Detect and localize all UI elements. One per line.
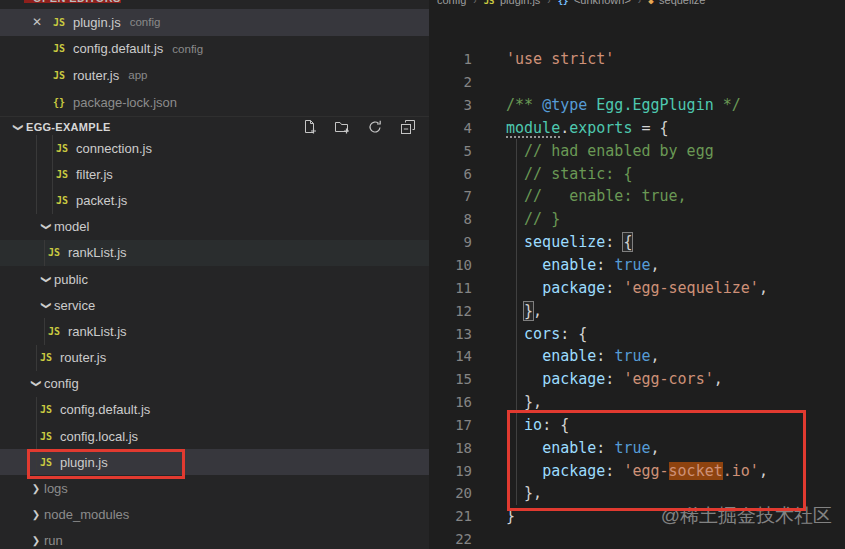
code-token xyxy=(506,370,542,388)
code-token: enable xyxy=(542,256,596,274)
tree-item-label: config xyxy=(44,376,79,391)
code-token: , xyxy=(714,370,723,388)
code-line-8[interactable]: 8 // } xyxy=(429,208,845,231)
tree-item-router.js[interactable]: JSrouter.js xyxy=(0,345,429,371)
code-text: cors: { xyxy=(506,325,587,343)
breadcrumb-item-1[interactable]: config xyxy=(437,0,466,6)
new-folder-icon xyxy=(334,119,350,135)
tree-item-label: node_modules xyxy=(44,507,129,522)
open-editor-item-router.js[interactable]: JSrouter.jsapp xyxy=(0,62,429,89)
chevron-down-icon: ❯ xyxy=(41,271,52,287)
chevron-right-icon: ❯ xyxy=(28,483,44,494)
code-token: exports xyxy=(569,119,632,137)
code-line-4[interactable]: 4module.exports = { xyxy=(429,117,845,140)
explorer-section-header[interactable]: ❯ EGG-EXAMPLE xyxy=(0,116,429,137)
breadcrumb-separator: › xyxy=(547,0,550,6)
code-token: . xyxy=(560,119,569,137)
refresh-button[interactable] xyxy=(367,119,383,135)
code-token xyxy=(587,96,596,114)
open-editor-name: package-lock.json xyxy=(73,95,177,110)
tree-item-connection.js[interactable]: JSconnection.js xyxy=(0,135,429,161)
tree-item-config.default.js[interactable]: JSconfig.default.js xyxy=(0,397,429,423)
code-line-3[interactable]: 3/** @type Egg.EggPlugin */ xyxy=(429,94,845,117)
js-file-icon: JS xyxy=(53,17,73,28)
breadcrumb-item-3[interactable]: {} <unknown> xyxy=(558,0,631,6)
code-line-5[interactable]: 5 // had enabled by egg xyxy=(429,139,845,162)
code-token: /** xyxy=(506,96,542,114)
code-line-1[interactable]: 1'use strict' xyxy=(429,48,845,71)
close-icon[interactable]: ✕ xyxy=(32,16,53,28)
code-line-9[interactable]: 9 sequelize: { xyxy=(429,231,845,254)
code-text: // had enabled by egg xyxy=(506,142,714,160)
open-editor-item-package-lock.json[interactable]: {}package-lock.json xyxy=(0,89,429,116)
tree-item-public[interactable]: ❯public xyxy=(0,266,429,292)
code-line-13[interactable]: 13 cors: { xyxy=(429,322,845,345)
new-folder-button[interactable] xyxy=(334,119,350,135)
tree-item-node_modules[interactable]: ❯node_modules xyxy=(0,502,429,528)
code-text: enable: true, xyxy=(506,256,660,274)
tree-item-filter.js[interactable]: JSfilter.js xyxy=(0,161,429,187)
code-line-22[interactable]: 22 xyxy=(429,528,845,549)
js-file-icon: JS xyxy=(40,352,60,363)
chevron-down-icon: ❯ xyxy=(41,219,52,235)
code-text: package: 'egg-sequelize', xyxy=(506,279,768,297)
code-token: // had enabled by egg xyxy=(506,142,714,160)
breadcrumb-item-2[interactable]: JS plugin.js xyxy=(484,0,541,6)
code-token: : xyxy=(605,233,623,251)
tree-item-service[interactable]: ❯service xyxy=(0,292,429,318)
new-file-button[interactable] xyxy=(301,119,317,135)
code-token: package xyxy=(542,279,605,297)
line-number: 1 xyxy=(429,51,472,67)
line-number: 14 xyxy=(429,348,472,364)
code-token: , xyxy=(533,302,542,320)
code-token: package xyxy=(542,370,605,388)
line-number: 13 xyxy=(429,326,472,342)
code-token xyxy=(506,325,524,343)
breadcrumb: config›JS plugin.js›{} <unknown>›◆ seque… xyxy=(429,0,845,11)
tree-item-config[interactable]: ❯config xyxy=(0,371,429,397)
code-line-14[interactable]: 14 enable: true, xyxy=(429,345,845,368)
chevron-right-icon: ❯ xyxy=(28,535,44,546)
code-line-7[interactable]: 7 // enable: true, xyxy=(429,185,845,208)
line-number: 10 xyxy=(429,257,472,273)
code-line-12[interactable]: 12 }, xyxy=(429,299,845,322)
code-line-10[interactable]: 10 enable: true, xyxy=(429,254,845,277)
code-token: true xyxy=(614,347,650,365)
code-token: enable xyxy=(542,347,596,365)
open-editor-item-plugin.js[interactable]: ✕JSplugin.jsconfig xyxy=(0,9,429,36)
obj-symbol-icon: {} xyxy=(558,0,574,6)
line-number: 9 xyxy=(429,234,472,250)
open-editor-item-config.default.js[interactable]: JSconfig.default.jsconfig xyxy=(0,36,429,63)
tree-item-model[interactable]: ❯model xyxy=(0,214,429,240)
code-line-6[interactable]: 6 // static: { xyxy=(429,162,845,185)
code-line-11[interactable]: 11 package: 'egg-sequelize', xyxy=(429,276,845,299)
tree-item-rankList.js[interactable]: JSrankList.js xyxy=(0,318,429,344)
js-file-icon: JS xyxy=(40,404,60,415)
tree-item-logs[interactable]: ❯logs xyxy=(0,475,429,501)
line-number: 17 xyxy=(429,417,472,433)
code-text: sequelize: { xyxy=(506,233,632,251)
code-token: 'egg-sequelize' xyxy=(623,279,758,297)
code-token: , xyxy=(651,347,660,365)
js-file-icon: JS xyxy=(48,247,68,258)
code-line-15[interactable]: 15 package: 'egg-cors', xyxy=(429,368,845,391)
code-text: // } xyxy=(506,210,560,228)
code-token xyxy=(506,233,524,251)
line-number: 11 xyxy=(429,280,472,296)
tree-item-rankList.js[interactable]: JSrankList.js xyxy=(0,240,429,266)
tree-item-packet.js[interactable]: JSpacket.js xyxy=(0,187,429,213)
line-number: 5 xyxy=(429,143,472,159)
line-number: 4 xyxy=(429,120,472,136)
breadcrumb-item-4[interactable]: ◆ sequelize xyxy=(648,0,705,6)
breadcrumb-label: config xyxy=(437,0,466,6)
annotation-box-plugin-js xyxy=(27,449,185,479)
js-file-icon: JS xyxy=(53,43,73,54)
line-number: 6 xyxy=(429,166,472,182)
tree-item-config.local.js[interactable]: JSconfig.local.js xyxy=(0,423,429,449)
line-number: 7 xyxy=(429,188,472,204)
js-file-icon: JS xyxy=(48,326,68,337)
code-editor[interactable]: config›JS plugin.js›{} <unknown>›◆ seque… xyxy=(429,0,845,549)
code-line-2[interactable]: 2 xyxy=(429,71,845,94)
tree-item-run[interactable]: ❯run xyxy=(0,528,429,549)
collapse-all-button[interactable] xyxy=(400,119,416,135)
